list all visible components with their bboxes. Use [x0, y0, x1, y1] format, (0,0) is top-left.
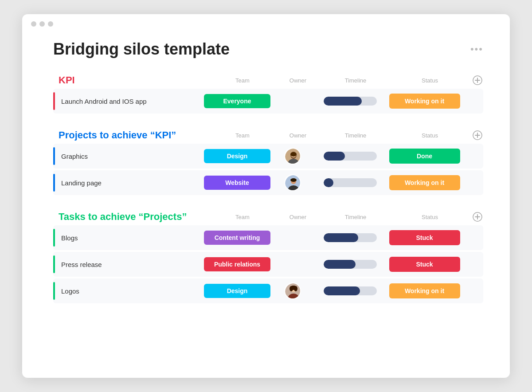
col-header-tasks-3: Status — [391, 214, 469, 220]
row-accent-bar — [53, 92, 55, 110]
page-title: Bridging silos template — [53, 40, 230, 59]
svg-point-14 — [290, 178, 297, 182]
timeline-bar-bg — [324, 97, 377, 106]
app-window: Bridging silos template ••• KPITeamOwner… — [22, 14, 510, 378]
table-row: BlogsContent writingStuck — [53, 225, 483, 250]
col-header-kpi-0: Team — [209, 77, 276, 84]
row-accent-bar — [53, 147, 55, 165]
row-label: Landing page — [61, 179, 102, 187]
timeline-bar-fill — [324, 233, 358, 242]
svg-point-22 — [289, 286, 293, 291]
section-kpi: KPITeamOwnerTimelineStatusLaunch Android… — [53, 74, 483, 114]
add-row-button-kpi[interactable] — [469, 75, 486, 85]
section-title-tasks: Tasks to achieve “Projects” — [59, 211, 209, 223]
row-name-cell: Landing page — [53, 174, 204, 192]
row-name-cell: Graphics — [53, 147, 204, 165]
status-badge[interactable]: Stuck — [389, 257, 460, 272]
team-badge[interactable]: Website — [204, 176, 270, 190]
timeline-cell — [315, 260, 386, 269]
timeline-bar-fill — [324, 260, 356, 269]
row-accent-bar — [53, 255, 55, 273]
table-row: Launch Android and IOS appEveryoneWorkin… — [53, 89, 483, 114]
owner-cell — [270, 148, 315, 165]
col-header-tasks-0: Team — [209, 214, 276, 220]
col-header-tasks-2: Timeline — [320, 214, 391, 220]
status-badge[interactable]: Stuck — [389, 230, 460, 245]
timeline-bar-bg — [324, 286, 377, 295]
timeline-bar-bg — [324, 178, 377, 187]
col-header-projects-2: Timeline — [320, 132, 391, 139]
row-name-cell: Logos — [53, 282, 204, 300]
sections-container: KPITeamOwnerTimelineStatusLaunch Android… — [53, 74, 483, 303]
section-header-kpi: KPITeamOwnerTimelineStatus — [53, 74, 483, 86]
row-name-cell: Blogs — [53, 229, 204, 247]
status-badge[interactable]: Working on it — [389, 94, 460, 109]
timeline-bar-bg — [324, 260, 377, 269]
row-accent-bar — [53, 174, 55, 192]
timeline-cell — [315, 178, 386, 187]
avatar — [284, 174, 301, 191]
status-badge[interactable]: Done — [389, 149, 460, 164]
row-label: Launch Android and IOS app — [61, 98, 147, 105]
status-badge[interactable]: Working on it — [389, 283, 460, 298]
row-name-cell: Launch Android and IOS app — [53, 92, 204, 110]
col-header-projects-1: Owner — [276, 132, 320, 139]
team-badge[interactable]: Public relations — [204, 257, 270, 271]
col-header-projects-3: Status — [391, 132, 469, 139]
window-dot-3 — [48, 21, 53, 27]
row-accent-bar — [53, 229, 55, 247]
table-row: LogosDesign Working on it — [53, 278, 483, 303]
table-row: Landing pageWebsite Working on it — [53, 170, 483, 195]
status-badge[interactable]: Working on it — [389, 175, 460, 190]
more-options-button[interactable]: ••• — [470, 43, 483, 55]
timeline-bar-fill — [324, 97, 362, 106]
timeline-cell — [315, 286, 386, 295]
timeline-bar-fill — [324, 152, 345, 161]
section-header-projects: Projects to achieve “KPI”TeamOwnerTimeli… — [53, 129, 483, 141]
add-row-button-tasks[interactable] — [469, 212, 486, 222]
col-header-projects-0: Team — [209, 132, 276, 139]
timeline-bar-fill — [324, 178, 333, 187]
table-row: GraphicsDesign Done — [53, 144, 483, 169]
svg-point-23 — [294, 286, 297, 291]
col-header-kpi-3: Status — [391, 77, 469, 84]
row-name-cell: Press release — [53, 255, 204, 273]
owner-cell — [270, 282, 315, 299]
team-badge[interactable]: Design — [204, 149, 270, 163]
window-dot-1 — [31, 21, 36, 27]
col-header-kpi-1: Owner — [276, 77, 320, 84]
page-content: Bridging silos template ••• KPITeamOwner… — [22, 31, 510, 337]
add-row-button-projects[interactable] — [469, 130, 486, 140]
section-tasks: Tasks to achieve “Projects”TeamOwnerTime… — [53, 211, 483, 303]
avatar — [284, 282, 301, 299]
col-header-tasks-1: Owner — [276, 214, 320, 220]
team-badge[interactable]: Design — [204, 284, 270, 298]
section-header-tasks: Tasks to achieve “Projects”TeamOwnerTime… — [53, 211, 483, 223]
timeline-bar-bg — [324, 152, 377, 161]
timeline-cell — [315, 233, 386, 242]
row-label: Logos — [61, 287, 79, 295]
section-title-projects: Projects to achieve “KPI” — [59, 129, 209, 141]
table-row: Press releasePublic relationsStuck — [53, 252, 483, 277]
timeline-cell — [315, 152, 386, 161]
svg-point-10 — [290, 152, 297, 157]
team-badge[interactable]: Everyone — [204, 94, 270, 108]
owner-cell — [270, 174, 315, 191]
timeline-bar-fill — [324, 286, 360, 295]
window-chrome — [22, 14, 510, 31]
team-badge[interactable]: Content writing — [204, 231, 270, 245]
avatar — [284, 148, 301, 165]
section-projects: Projects to achieve “KPI”TeamOwnerTimeli… — [53, 129, 483, 195]
row-label: Blogs — [61, 234, 78, 242]
row-label: Press release — [61, 261, 102, 268]
page-header: Bridging silos template ••• — [53, 40, 483, 59]
window-dot-2 — [39, 21, 45, 27]
row-label: Graphics — [61, 153, 88, 160]
section-title-kpi: KPI — [59, 74, 209, 86]
col-header-kpi-2: Timeline — [320, 77, 391, 84]
row-accent-bar — [53, 282, 55, 300]
timeline-bar-bg — [324, 233, 377, 242]
timeline-cell — [315, 97, 386, 106]
